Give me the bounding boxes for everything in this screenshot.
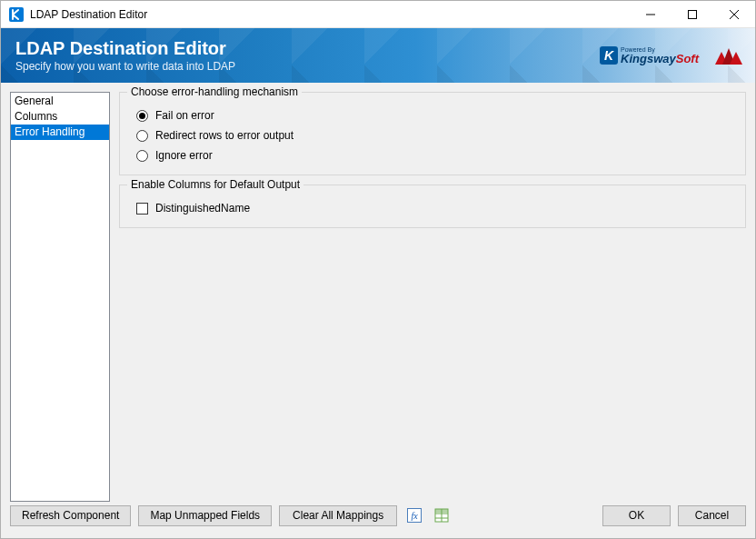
default-output-group: Enable Columns for Default Output Distin… [119, 185, 746, 228]
radio-icon [136, 150, 148, 162]
main-panel: Choose error-handling mechanism Fail on … [119, 92, 746, 502]
window-root: LDAP Destination Editor LDAP Destination… [0, 0, 756, 539]
radio-ignore-error[interactable]: Ignore error [131, 145, 734, 165]
fx-icon: fx [407, 508, 422, 523]
clear-mappings-button[interactable]: Clear All Mappings [279, 505, 397, 526]
refresh-component-button[interactable]: Refresh Component [10, 505, 131, 526]
radio-label: Fail on error [155, 109, 214, 122]
close-button[interactable] [713, 1, 755, 28]
radio-icon [136, 110, 148, 122]
cancel-button[interactable]: Cancel [678, 505, 746, 526]
header-banner: LDAP Destination Editor Specify how you … [1, 28, 755, 83]
nav-sidebar[interactable]: General Columns Error Handling [10, 92, 110, 502]
sidebar-item-columns[interactable]: Columns [11, 109, 109, 125]
checkbox-label: DistinguishedName [155, 202, 250, 215]
mapping-grid-button[interactable] [432, 505, 452, 525]
checkbox-icon [136, 203, 148, 215]
svg-rect-2 [689, 10, 697, 18]
close-icon [730, 10, 739, 19]
radio-fail-on-error[interactable]: Fail on error [131, 105, 734, 125]
page-title: LDAP Destination Editor [15, 38, 235, 58]
expression-button[interactable]: fx [404, 505, 424, 525]
minimize-icon [646, 10, 655, 19]
svg-rect-0 [9, 7, 24, 22]
radio-icon [136, 130, 148, 142]
k-icon: K [600, 46, 618, 65]
sidebar-item-general[interactable]: General [11, 94, 109, 109]
checkbox-distinguishedname[interactable]: DistinguishedName [131, 198, 734, 218]
error-handling-legend: Choose error-handling mechanism [127, 85, 302, 98]
map-unmapped-button[interactable]: Map Unmapped Fields [138, 505, 272, 526]
window-title: LDAP Destination Editor [30, 8, 147, 21]
sidebar-item-error-handling[interactable]: Error Handling [11, 125, 109, 140]
radio-label: Ignore error [155, 149, 213, 162]
bottom-toolbar: Refresh Component Map Unmapped Fields Cl… [1, 502, 755, 538]
radio-label: Redirect rows to error output [155, 129, 293, 142]
ok-button[interactable]: OK [602, 505, 671, 526]
default-output-legend: Enable Columns for Default Output [127, 178, 303, 191]
svg-rect-14 [435, 509, 448, 513]
page-subtitle: Specify how you want to write data into … [15, 60, 235, 73]
radio-redirect-rows[interactable]: Redirect rows to error output [131, 125, 734, 145]
minimize-button[interactable] [630, 1, 671, 28]
maximize-icon [688, 10, 697, 19]
content-area: General Columns Error Handling Choose er… [1, 83, 755, 502]
titlebar: LDAP Destination Editor [1, 1, 755, 28]
mountain-logo [715, 46, 742, 65]
svg-text:fx: fx [412, 511, 419, 521]
grid-icon [434, 508, 449, 523]
maximize-button[interactable] [671, 1, 713, 28]
app-icon [8, 6, 25, 23]
kingswaysoft-logo: K Powered By KingswaySoft [600, 46, 699, 65]
error-handling-group: Choose error-handling mechanism Fail on … [119, 92, 746, 175]
